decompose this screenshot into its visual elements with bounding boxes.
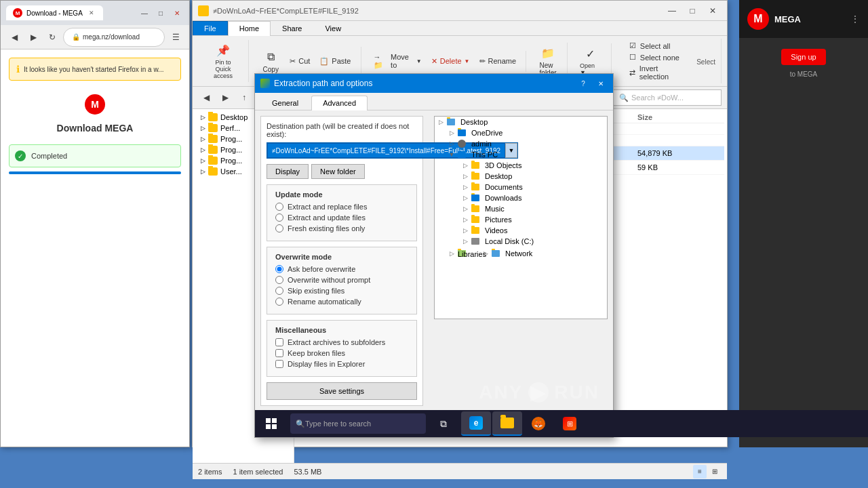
tree-node-music[interactable]: ▷ Music	[435, 203, 607, 214]
forward-button[interactable]: ▶	[25, 29, 41, 45]
settings-button[interactable]: ☰	[167, 29, 184, 45]
expand-icon[interactable]: ▷	[462, 216, 469, 223]
dialog-tab-general[interactable]: General	[260, 96, 310, 110]
tree-node-downloads[interactable]: ▷ Downloads	[435, 192, 607, 203]
expand-icon[interactable]: ▼	[448, 151, 455, 158]
tree-node-libraries[interactable]: ▷ Libraries ▷ Network	[435, 247, 607, 260]
tree-node-admin[interactable]: ▷ admin	[435, 138, 607, 149]
cut-button[interactable]: ✂ Cut	[285, 55, 314, 68]
tree-node-documents[interactable]: ▷ Documents	[435, 182, 607, 192]
taskbar-app[interactable]: ⊞	[555, 411, 585, 436]
dialog-close-button[interactable]: ✕	[594, 77, 608, 90]
ribbon-tab-view[interactable]: View	[313, 21, 353, 35]
ribbon-tab-file[interactable]: File	[193, 21, 228, 35]
expand-icon[interactable]: ▷	[448, 129, 455, 136]
expand-icon[interactable]: ▷	[462, 227, 469, 234]
tree-node-onedrive[interactable]: ▷ OneDrive	[435, 127, 607, 138]
tree-node-localdisk[interactable]: ▷ Local Disk (C:)	[435, 236, 607, 247]
overwrite-without-prompt[interactable]: Overwrite without prompt	[275, 276, 408, 284]
save-settings-button[interactable]: Save settings	[267, 382, 417, 400]
explorer-close[interactable]: ✕	[704, 2, 722, 20]
invert-selection-button[interactable]: ⇄ Invert selection	[625, 63, 690, 82]
overwrite-radio-ask[interactable]	[275, 265, 283, 273]
tree-node-videos[interactable]: ▷ Videos	[435, 225, 607, 236]
expand-icon[interactable]: ▷	[462, 238, 469, 245]
misc-extract-subfolders[interactable]: Extract archives to subfolders	[275, 338, 408, 346]
display-button[interactable]: Display	[267, 164, 309, 179]
tree-node-3dobjects[interactable]: ▷ 3D Objects	[435, 160, 607, 171]
view-details-button[interactable]: ≡	[693, 465, 707, 479]
browser-minimize[interactable]: —	[138, 6, 151, 20]
move-to-button[interactable]: →📁 Move to ▼	[370, 51, 426, 72]
expand-icon[interactable]: ▷	[462, 162, 469, 169]
expand-icon[interactable]: ▷	[448, 140, 455, 147]
overwrite-ask[interactable]: Ask before overwrite	[275, 265, 408, 273]
delete-button[interactable]: ✕ Delete ▼	[427, 55, 474, 68]
dest-path-dropdown[interactable]: ▼	[505, 143, 517, 158]
ribbon-tab-share[interactable]: Share	[271, 21, 313, 35]
browser-maximize[interactable]: □	[154, 6, 167, 20]
taskbar-search[interactable]: 🔍 Type here to search	[290, 413, 426, 434]
tree-node-desktop[interactable]: ▷ Desktop	[435, 117, 607, 127]
paste-button[interactable]: 📋 Paste	[315, 55, 355, 68]
taskbar-edge[interactable]: e	[461, 411, 491, 436]
update-mode-update[interactable]: Extract and update files	[275, 214, 408, 222]
expand-icon[interactable]: ▷	[462, 184, 469, 190]
misc-checkbox-broken[interactable]	[275, 349, 283, 357]
select-all-button[interactable]: ☑ Select all	[625, 40, 690, 52]
update-radio-update[interactable]	[275, 214, 283, 222]
ribbon-tab-home[interactable]: Home	[228, 21, 271, 36]
misc-checkbox-explorer[interactable]	[275, 360, 283, 368]
update-mode-replace[interactable]: Extract and replace files	[275, 203, 408, 211]
misc-display-explorer[interactable]: Display files in Explorer	[275, 360, 408, 368]
update-mode-fresh[interactable]: Fresh existing files only	[275, 224, 408, 232]
rename-button[interactable]: ✏ Rename	[475, 55, 521, 68]
expand-icon[interactable]: ▷	[462, 173, 469, 180]
dialog-tab-advanced[interactable]: Advanced	[311, 96, 368, 110]
nav-back[interactable]: ◀	[198, 89, 214, 106]
mega-panel-content: Sign up to MEGA	[739, 38, 868, 83]
dest-path-input[interactable]: ≠DoWnLoAd~FrEE*CompLETE#FILE_9192\*Insta…	[267, 143, 505, 158]
expand-icon[interactable]: ▷	[448, 250, 455, 257]
overwrite-radio-noprompt[interactable]	[275, 276, 283, 284]
explorer-maximize[interactable]: □	[684, 2, 701, 20]
browser-tab-close[interactable]: ✕	[87, 8, 96, 18]
expand-icon[interactable]: ▷	[462, 195, 469, 201]
dialog-help-button[interactable]: ?	[576, 77, 590, 90]
anyrun-text2: RUN	[554, 382, 599, 403]
explorer-minimize[interactable]: —	[663, 2, 681, 20]
refresh-button[interactable]: ↻	[44, 29, 60, 45]
browser-tab[interactable]: M Download - MEGA ✕	[6, 5, 103, 20]
misc-keep-broken[interactable]: Keep broken files	[275, 349, 408, 357]
update-radio-fresh[interactable]	[275, 224, 283, 232]
back-button[interactable]: ◀	[6, 29, 22, 45]
tree-node-pictures[interactable]: ▷ Pictures	[435, 214, 607, 225]
expand-icon[interactable]: ▷	[437, 119, 444, 125]
mega-options-button[interactable]: ⋮	[850, 14, 860, 24]
nav-forward[interactable]: ▶	[217, 89, 233, 106]
new-folder-button[interactable]: New folder	[311, 164, 365, 179]
misc-checkbox-subfolders[interactable]	[275, 338, 283, 346]
nav-up[interactable]: ↑	[236, 89, 252, 106]
pin-quickaccess-button[interactable]: 📌 Pin to Quickaccess	[203, 40, 243, 82]
tree-node-desktop-sub[interactable]: ▷ Desktop	[435, 171, 607, 182]
taskbar-explorer[interactable]	[492, 411, 522, 436]
start-button[interactable]	[255, 410, 288, 437]
address-bar[interactable]: 🔒 mega.nz/download	[63, 28, 165, 47]
overwrite-skip[interactable]: Skip existing files	[275, 287, 408, 295]
browser-close[interactable]: ✕	[170, 6, 184, 20]
view-tiles-button[interactable]: ⊞	[708, 465, 722, 479]
taskbar-firefox[interactable]: 🦊	[524, 411, 553, 436]
overwrite-radio-skip[interactable]	[275, 287, 283, 295]
overwrite-radio-rename[interactable]	[275, 298, 283, 306]
copy-button[interactable]: ⧉ Copy	[257, 47, 284, 76]
overwrite-rename[interactable]: Rename automatically	[275, 298, 408, 306]
select-none-button[interactable]: ☐ Select none	[625, 52, 690, 63]
misc-section: Miscellaneous Extract archives to subfol…	[267, 320, 417, 377]
signup-button[interactable]: Sign up	[781, 49, 825, 65]
explorer-search-bar[interactable]: 🔍 Search ≠DoW...	[613, 89, 722, 106]
task-view-button[interactable]: ⧉	[429, 411, 458, 436]
update-radio-replace[interactable]	[275, 203, 283, 211]
computer-icon	[458, 151, 466, 158]
expand-icon[interactable]: ▷	[462, 205, 469, 212]
